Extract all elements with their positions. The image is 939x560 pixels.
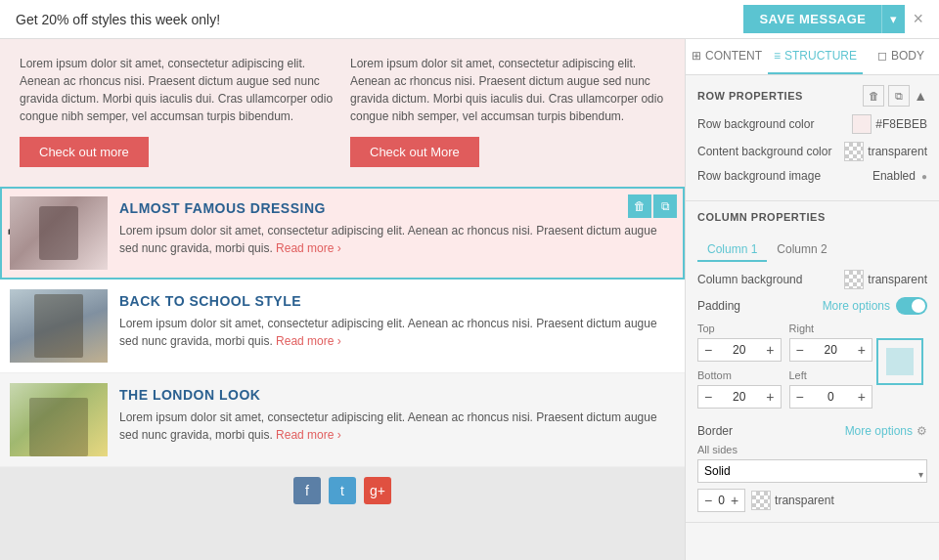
padding-top-value: 20	[718, 343, 760, 357]
gplus-icon[interactable]: g+	[364, 477, 391, 504]
tab-structure[interactable]: ≡ STRUCTURE	[768, 39, 863, 74]
padding-toggle[interactable]	[896, 297, 927, 315]
padding-visual	[876, 338, 923, 385]
article-2-thumbnail	[10, 289, 108, 363]
facebook-icon[interactable]: f	[293, 477, 321, 504]
all-sides-label: All sides	[697, 444, 927, 455]
border-style-select[interactable]: Solid Dashed Dotted None	[697, 459, 927, 483]
col2-text: Lorem ipsum dolor sit amet, consectetur …	[350, 55, 665, 125]
article-2-content: BACK TO SCHOOL STYLE Lorem ipsum dolor s…	[119, 289, 675, 350]
article-2-text: Lorem ipsum dolor sit amet, consectetur …	[119, 315, 675, 350]
check-out-more-btn-1[interactable]: Check out more	[20, 137, 149, 167]
padding-right-stepper: − 20 +	[789, 338, 873, 362]
padding-left-label: Left	[789, 369, 873, 381]
padding-bottom-col: Bottom − 20 +	[697, 369, 782, 409]
border-color-swatch[interactable]	[751, 491, 771, 510]
column-properties-section: COLUMN PROPERTIES Column 1 Column 2 Colu…	[686, 201, 939, 523]
border-label: Border	[697, 424, 733, 438]
check-out-more-btn-2[interactable]: Check out More	[350, 137, 479, 167]
padding-top-plus[interactable]: +	[760, 339, 780, 361]
border-width-plus[interactable]: +	[725, 490, 744, 511]
border-width-value: 0	[718, 494, 725, 507]
content-bg-color-row: Content background color transparent	[697, 142, 927, 161]
save-message-button[interactable]: SAVE MESSAGE	[743, 5, 881, 33]
article-3-read-more[interactable]: Read more ›	[276, 428, 341, 442]
row-bg-color-swatch[interactable]	[852, 114, 872, 134]
row-bg-image-row: Row background image Enabled ●	[697, 169, 927, 183]
tab-body[interactable]: ◻ BODY	[863, 39, 939, 74]
col1-text: Lorem ipsum dolor sit amet, consectetur …	[20, 55, 335, 125]
padding-more-options-btn[interactable]: More options	[823, 299, 890, 313]
padding-left-minus[interactable]: −	[790, 386, 810, 408]
collapse-row-btn[interactable]: ▲	[914, 85, 927, 107]
row-properties-header: ROW PROPERTIES 🗑 ⧉ ▲	[697, 85, 927, 107]
row-bg-image-value: Enabled	[872, 169, 916, 183]
main-area: Lorem ipsum dolor sit amet, consectetur …	[0, 39, 939, 560]
article-1-title: ALMOST FAMOUS DRESSING	[119, 200, 675, 216]
padding-right-plus[interactable]: +	[852, 339, 872, 361]
padding-top-minus[interactable]: −	[698, 339, 718, 361]
top-bar-actions: SAVE MESSAGE ▾ ×	[743, 5, 923, 33]
col-bg-swatch[interactable]	[844, 270, 864, 289]
row-properties-section: ROW PROPERTIES 🗑 ⧉ ▲ Row background colo…	[686, 75, 939, 201]
delete-row-button[interactable]: 🗑	[628, 194, 651, 218]
padding-right-col: Right − 20 +	[789, 323, 873, 362]
col-tab-1[interactable]: Column 1	[697, 238, 767, 262]
padding-inputs: Top − 20 + Right −	[697, 323, 872, 416]
social-row: f t g+	[0, 467, 685, 514]
padding-bottom-minus[interactable]: −	[698, 386, 718, 408]
padding-bottom-value: 20	[718, 390, 760, 404]
col-bg-value[interactable]: transparent	[844, 270, 927, 289]
tab-content[interactable]: ⊞ CONTENT	[686, 39, 768, 74]
col-tab-2[interactable]: Column 2	[767, 238, 836, 262]
top-bar: Get 20% off styles this week only! SAVE …	[0, 0, 939, 39]
article-2-title: BACK TO SCHOOL STYLE	[119, 293, 675, 309]
padding-right-minus[interactable]: −	[790, 339, 810, 361]
article-1-content: ALMOST FAMOUS DRESSING Lorem ipsum dolor…	[119, 196, 675, 257]
article-3-text: Lorem ipsum dolor sit amet, consectetur …	[119, 409, 675, 444]
row-properties-actions: 🗑 ⧉ ▲	[863, 85, 927, 107]
enabled-dot: ●	[921, 171, 927, 182]
content-icon: ⊞	[692, 49, 701, 63]
padding-left-plus[interactable]: +	[852, 386, 872, 408]
padding-bottom-plus[interactable]: +	[760, 386, 780, 408]
article-row-2[interactable]: BACK TO SCHOOL STYLE Lorem ipsum dolor s…	[0, 280, 685, 373]
article-2-read-more[interactable]: Read more ›	[276, 334, 341, 348]
col-bg-row: Column background transparent	[697, 270, 927, 289]
border-header-right: More options ⚙	[845, 424, 927, 438]
row-bg-image-label: Row background image	[697, 169, 821, 183]
row-bg-color-value[interactable]: #F8EBEB	[852, 114, 927, 134]
copy-row-button[interactable]: ⧉	[653, 194, 677, 218]
row-properties-title: ROW PROPERTIES	[697, 90, 803, 102]
border-color-row[interactable]: transparent	[751, 491, 834, 510]
copy-row-icon-btn[interactable]: ⧉	[888, 85, 910, 107]
content-bg-swatch[interactable]	[844, 142, 864, 161]
border-style-select-wrapper: Solid Dashed Dotted None ▾	[697, 459, 927, 489]
border-width-stepper: − 0 +	[697, 489, 745, 512]
border-width-minus[interactable]: −	[698, 490, 718, 511]
article-row-1[interactable]: ↖ ALMOST FAMOUS DRESSING Lorem ipsum dol…	[0, 187, 685, 280]
article-3-thumbnail	[10, 383, 108, 456]
content-bg-text: transparent	[868, 145, 927, 158]
col-bg-label: Column background	[697, 273, 802, 286]
column-properties-title: COLUMN PROPERTIES	[697, 211, 826, 223]
twitter-icon[interactable]: t	[329, 477, 356, 504]
padding-bottom-left: Bottom − 20 + Left −	[697, 369, 872, 409]
panel-tabs: ⊞ CONTENT ≡ STRUCTURE ◻ BODY	[686, 39, 939, 75]
border-header: Border More options ⚙	[697, 424, 927, 438]
padding-top-col: Top − 20 +	[697, 323, 782, 362]
article-row-3[interactable]: THE LONDON LOOK Lorem ipsum dolor sit am…	[0, 373, 685, 467]
padding-row-container: Top − 20 + Right −	[697, 323, 927, 416]
column-properties-header: COLUMN PROPERTIES	[697, 211, 927, 231]
article-1-read-more[interactable]: Read more ›	[276, 241, 341, 255]
border-color-value: transparent	[775, 494, 834, 507]
delete-row-icon-btn[interactable]: 🗑	[863, 85, 884, 107]
border-more-options-btn[interactable]: More options	[845, 424, 913, 438]
structure-icon: ≡	[774, 49, 781, 63]
close-button[interactable]: ×	[913, 9, 923, 29]
save-message-dropdown-button[interactable]: ▾	[881, 5, 905, 33]
padding-right-value: 20	[810, 343, 852, 357]
content-bg-value[interactable]: transparent	[844, 142, 927, 161]
row-bg-color-hex: #F8EBEB	[875, 117, 927, 131]
border-section: Border More options ⚙ All sides Solid Da…	[697, 424, 927, 512]
